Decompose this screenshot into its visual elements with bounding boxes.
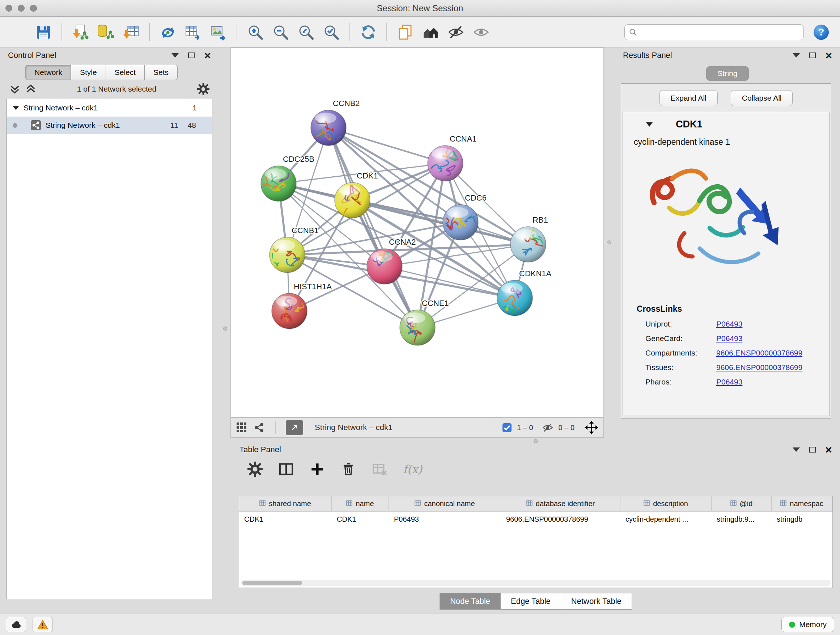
crosslink-link[interactable]: 9606.ENSP00000378699 xyxy=(716,363,829,372)
crosslink-link[interactable]: P06493 xyxy=(716,334,829,343)
table-cell[interactable]: stringdb xyxy=(772,515,832,524)
crosslink-link[interactable]: P06493 xyxy=(716,320,829,328)
float-panel-icon[interactable] xyxy=(188,52,195,58)
export-image-button[interactable] xyxy=(207,21,230,44)
collapse-all-icon[interactable] xyxy=(9,84,20,95)
hidden-eye-icon[interactable] xyxy=(542,422,554,433)
new-network-from-table-button[interactable] xyxy=(182,21,205,44)
import-table-from-file-button[interactable] xyxy=(119,21,142,44)
help-button[interactable]: ? xyxy=(813,24,830,41)
node-CCNA1[interactable]: CCNA1 xyxy=(428,134,477,181)
network-canvas[interactable]: CCNB2CCNA1CDC25BCDK1CDC6RB1CCNB1CCNA2CDK… xyxy=(231,48,604,417)
open-session-button[interactable] xyxy=(6,21,30,44)
open-in-window-button[interactable] xyxy=(286,420,303,435)
table-cell[interactable]: cyclin-dependent ... xyxy=(621,515,712,524)
warnings-button[interactable] xyxy=(33,617,53,632)
import-network-from-database-button[interactable] xyxy=(94,21,117,44)
search-input[interactable] xyxy=(640,28,799,36)
add-column-icon[interactable] xyxy=(309,462,325,477)
clone-network-button[interactable] xyxy=(156,21,180,44)
crosslink-link[interactable]: P06493 xyxy=(716,378,829,386)
collapse-collection-icon[interactable] xyxy=(13,106,19,110)
node-CDC25B[interactable]: CDC25B xyxy=(261,155,314,201)
float-panel-icon[interactable] xyxy=(809,52,816,58)
panel-menu-icon[interactable] xyxy=(793,448,800,452)
cloud-status-button[interactable] xyxy=(6,617,26,632)
splitter-handle[interactable] xyxy=(223,326,227,331)
expand-all-button[interactable]: Expand All xyxy=(660,90,718,106)
scrollbar-thumb[interactable] xyxy=(242,581,302,585)
node-CDKN1A[interactable]: CDKN1A xyxy=(497,269,552,317)
panel-menu-icon[interactable] xyxy=(172,53,179,57)
tab-sets[interactable]: Sets xyxy=(145,65,178,80)
tab-network-table[interactable]: Network Table xyxy=(561,593,632,610)
tab-select[interactable]: Select xyxy=(106,65,145,80)
node-CCNB2[interactable]: CCNB2 xyxy=(308,99,360,146)
splitter-handle[interactable] xyxy=(607,241,611,244)
crosslink-label: GeneCard: xyxy=(645,334,716,343)
pan-tool-icon[interactable] xyxy=(584,421,598,434)
memory-button[interactable]: Memory xyxy=(782,617,834,632)
close-panel-icon[interactable]: × xyxy=(825,444,832,455)
table-cell[interactable]: CDK1 xyxy=(332,515,389,524)
table-cell[interactable]: CDK1 xyxy=(239,515,332,524)
gear-icon[interactable] xyxy=(248,462,263,477)
crosslink-link[interactable]: 9606.ENSP00000378699 xyxy=(716,348,829,357)
table-cell[interactable]: 9606.ENSP00000378699 xyxy=(501,515,621,524)
network-overview-button[interactable] xyxy=(419,21,442,44)
show-all-button[interactable] xyxy=(470,21,493,44)
node-count: 11 xyxy=(171,121,178,130)
grid-view-icon[interactable] xyxy=(236,422,248,433)
zoom-fit-button[interactable] xyxy=(294,21,317,44)
function-builder-icon[interactable]: f(x) xyxy=(403,463,422,476)
panel-menu-icon[interactable] xyxy=(793,53,800,57)
zoom-out-button[interactable] xyxy=(269,21,292,44)
column-header-name[interactable]: name xyxy=(332,496,389,511)
expand-all-icon[interactable] xyxy=(25,84,36,95)
collapse-all-button[interactable]: Collapse All xyxy=(731,90,793,106)
search-box[interactable] xyxy=(624,24,804,40)
column-header-database-identifier[interactable]: database identifier xyxy=(501,496,621,511)
horizontal-scrollbar[interactable] xyxy=(241,580,831,586)
zoom-selected-button[interactable] xyxy=(320,21,343,44)
table-cell[interactable]: stringdb:9... xyxy=(712,515,772,524)
float-panel-icon[interactable] xyxy=(809,447,816,453)
refresh-layout-button[interactable] xyxy=(357,21,380,44)
birdseye-view-icon[interactable] xyxy=(253,422,265,433)
save-session-button[interactable] xyxy=(32,21,55,44)
control-panel-title: Control Panel xyxy=(8,51,56,60)
tab-edge-table[interactable]: Edge Table xyxy=(501,593,561,610)
tab-style[interactable]: Style xyxy=(71,65,106,80)
network-row[interactable]: String Network – cdk1 11 48 xyxy=(7,117,212,134)
edge-CCNB2-CCNE1[interactable] xyxy=(328,128,417,328)
edge-CCNB2-CCNA1[interactable] xyxy=(328,128,445,163)
selected-checkbox-icon[interactable] xyxy=(502,423,512,432)
column-header--id[interactable]: @id xyxy=(712,496,772,511)
node-RB1[interactable]: RB1 xyxy=(510,215,549,262)
tab-network[interactable]: Network xyxy=(25,65,71,80)
column-header-namespac[interactable]: namespac xyxy=(772,496,832,511)
toolbar-separator xyxy=(237,23,237,41)
column-header-shared-name[interactable]: shared name xyxy=(239,496,332,511)
close-panel-icon[interactable]: × xyxy=(204,50,211,61)
import-network-from-file-button[interactable] xyxy=(69,21,92,44)
table-cell[interactable]: P06493 xyxy=(389,515,501,524)
zoom-in-button[interactable] xyxy=(244,21,267,44)
tab-node-table[interactable]: Node Table xyxy=(439,593,501,610)
delete-column-icon[interactable] xyxy=(341,462,356,477)
copy-documents-button[interactable] xyxy=(393,21,417,44)
column-header-canonical-name[interactable]: canonical name xyxy=(389,496,501,511)
gear-icon[interactable] xyxy=(197,83,210,95)
collapse-section-icon[interactable] xyxy=(646,122,653,127)
network-collection-row[interactable]: String Network – cdk1 1 xyxy=(7,99,212,117)
table-row[interactable]: CDK1CDK1P064939606.ENSP00000378699cyclin… xyxy=(239,511,832,527)
import-table-icon xyxy=(122,24,140,41)
close-panel-icon[interactable]: × xyxy=(825,50,832,61)
node-CCNB1[interactable]: CCNB1 xyxy=(262,226,319,272)
node-HIST1H1A[interactable]: HIST1H1A xyxy=(272,282,332,329)
hide-selected-button[interactable] xyxy=(444,21,467,44)
column-header-description[interactable]: description xyxy=(621,496,712,511)
show-columns-icon[interactable] xyxy=(279,462,294,477)
tab-string[interactable]: String xyxy=(706,66,749,81)
string-network-icon xyxy=(30,120,41,131)
